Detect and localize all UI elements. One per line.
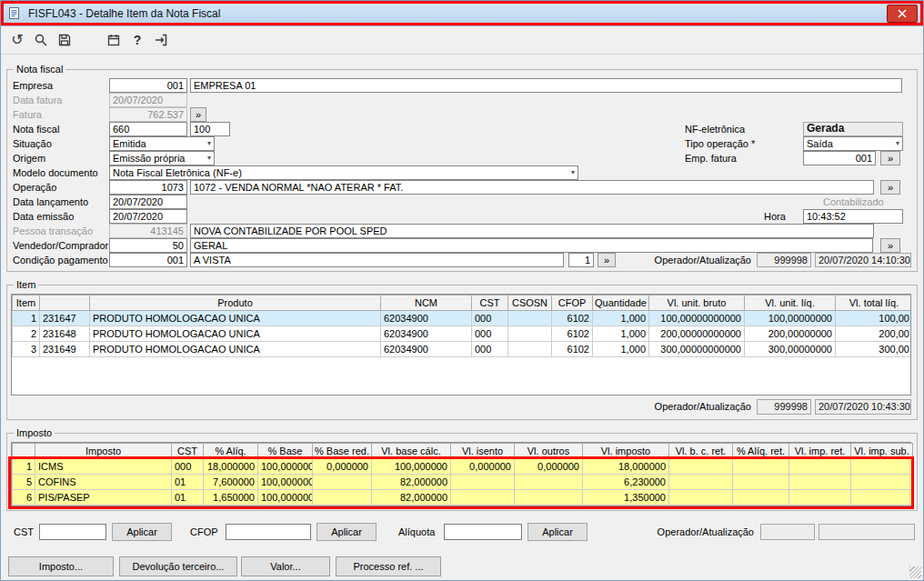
hora-field[interactable]: 10:43:52 [803,209,903,224]
save-button[interactable] [53,28,76,52]
calendar-button[interactable] [102,28,126,52]
table-cell[interactable]: 2 [13,326,40,342]
emp-fatura-lookup-button[interactable]: » [880,151,900,165]
table-cell[interactable]: 0,000000 [515,459,583,475]
table-cell[interactable]: 6102 [552,326,593,342]
condicao-code-field[interactable]: 001 [109,253,187,267]
table-cell[interactable] [733,475,789,490]
table-cell[interactable]: 000 [472,326,508,342]
data-emissao-field[interactable]: 20/07/2020 [109,209,187,224]
column-header[interactable]: CST [472,296,508,311]
title-bar[interactable]: FISFL043 - Detalhe Item da Nota Fiscal [1,1,923,26]
table-cell[interactable]: 6,230000 [583,475,669,490]
table-cell[interactable]: 100,00 [836,311,912,326]
table-cell[interactable]: 000 [472,311,508,326]
table-cell[interactable] [508,342,552,357]
column-header[interactable]: Item [13,296,40,311]
column-header[interactable]: Vl. imposto [583,444,669,459]
table-cell[interactable]: 62034900 [381,311,472,326]
data-lancamento-field[interactable]: 20/07/2020 [109,195,187,209]
column-header[interactable]: Vl. base cálc. [372,444,451,459]
cst-input[interactable] [39,524,106,540]
vendedor-code-field[interactable]: 50 [109,238,187,253]
column-header[interactable]: Vl. isento [451,444,515,459]
nota-serie-field[interactable]: 100 [190,122,230,136]
table-cell[interactable]: 1,000 [593,326,649,342]
table-cell[interactable]: 000 [472,342,508,357]
column-header[interactable]: Vl. outros [515,444,583,459]
table-cell[interactable]: 200,00 [836,326,912,342]
table-cell[interactable]: PRODUTO HOMOLOGACAO UNICA [90,342,381,357]
table-cell[interactable] [733,459,789,475]
exit-button[interactable] [149,28,173,52]
column-header[interactable]: Vl. b. c. ret. [669,444,733,459]
table-cell[interactable] [669,490,733,506]
column-header[interactable]: % Base red. [313,444,372,459]
cst-apply-button[interactable]: Aplicar [112,523,172,541]
table-cell[interactable]: PRODUTO HOMOLOGACAO UNICA [90,311,381,326]
table-cell[interactable]: 62034900 [381,326,472,342]
table-cell[interactable]: 01 [172,490,204,506]
table-cell[interactable]: 200,00000000 [745,326,836,342]
table-cell[interactable] [669,459,733,475]
table-cell[interactable]: ICMS [35,459,172,475]
column-header[interactable] [40,296,90,311]
column-header[interactable]: CSOSN [508,296,552,311]
imposto-button[interactable]: Imposto... [8,556,114,576]
devolucao-terceiro-button[interactable]: Devolução terceiro... [119,556,237,576]
column-header[interactable]: % Alíq. [204,444,258,459]
table-row[interactable]: 1ICMS00018,000000100,0000000,000000100,0… [13,459,913,475]
column-header[interactable]: Vl. total líq. [836,296,912,311]
table-cell[interactable] [508,326,552,342]
table-cell[interactable]: 100,00000000000 [649,311,745,326]
table-cell[interactable] [851,490,913,506]
operacao-lookup-button[interactable]: » [880,180,900,195]
vendedor-lookup-button[interactable]: » [880,238,900,253]
table-cell[interactable] [789,459,851,475]
table-cell[interactable]: 231647 [40,311,90,326]
fatura-lookup-button[interactable]: » [190,107,206,122]
table-cell[interactable] [669,475,733,490]
table-cell[interactable] [733,490,789,506]
table-cell[interactable]: 231648 [40,326,90,342]
column-header[interactable]: % Alíq. ret. [733,444,789,459]
column-header[interactable]: Vl. imp. sub. [851,444,913,459]
empresa-code-field[interactable]: 001 [109,78,187,93]
table-cell[interactable]: 300,00 [836,342,912,357]
table-row[interactable]: 3231649PRODUTO HOMOLOGACAO UNICA62034900… [13,342,912,357]
processo-ref-button[interactable]: Processo ref. ... [336,556,441,576]
column-header[interactable]: NCM [381,296,472,311]
column-header[interactable]: Vl. unit. líq. [745,296,836,311]
column-header[interactable]: Vl. unit. bruto [649,296,745,311]
help-button[interactable]: ? [126,28,149,52]
table-cell[interactable]: 100,00000000 [745,311,836,326]
table-cell[interactable]: 000 [172,459,204,475]
table-cell[interactable] [851,459,913,475]
table-cell[interactable] [313,490,372,506]
table-cell[interactable]: 6102 [552,342,593,357]
table-cell[interactable]: 200,00000000000 [649,326,745,342]
column-header[interactable]: % Base [258,444,313,459]
parcela-field[interactable]: 1 [568,253,594,267]
origem-select[interactable]: Emissão própria ▾ [109,151,215,165]
table-cell[interactable] [451,490,515,506]
table-cell[interactable] [515,490,583,506]
table-cell[interactable] [789,490,851,506]
aliquota-input[interactable] [444,524,522,540]
table-cell[interactable]: 7,600000 [204,475,258,490]
tipo-operacao-select[interactable]: Saída ▾ [803,136,903,151]
table-cell[interactable]: 1,350000 [583,490,669,506]
table-cell[interactable]: PIS/PASEP [35,490,172,506]
table-cell[interactable]: 3 [13,342,40,357]
valor-button[interactable]: Valor... [241,556,330,576]
table-row[interactable]: 2231648PRODUTO HOMOLOGACAO UNICA62034900… [13,326,912,342]
table-cell[interactable] [451,475,515,490]
column-header[interactable]: Vl. imp. ret. [789,444,851,459]
table-cell[interactable] [508,311,552,326]
table-cell[interactable]: PRODUTO HOMOLOGACAO UNICA [90,326,381,342]
column-header[interactable] [13,444,35,459]
resize-grip[interactable] [909,566,921,578]
table-cell[interactable]: 82,000000 [372,490,451,506]
table-cell[interactable]: 18,000000 [583,459,669,475]
modelo-documento-select[interactable]: Nota Fiscal Eletrônica (NF-e) ▾ [109,165,578,180]
